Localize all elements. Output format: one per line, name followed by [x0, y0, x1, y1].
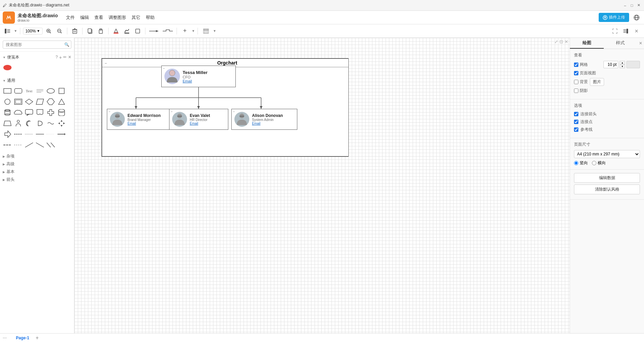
close-canvas-icon[interactable]: ✕ [565, 39, 568, 44]
d-shape[interactable] [35, 119, 45, 128]
close-panel-button[interactable]: ✕ [632, 26, 641, 36]
menu-other[interactable]: 其它 [129, 13, 143, 22]
cylinder-shape[interactable] [3, 108, 12, 117]
diamond-shape[interactable] [24, 97, 34, 106]
double-rect-shape[interactable] [14, 97, 23, 106]
triangle-shape[interactable] [57, 97, 66, 106]
page-tab[interactable]: Page-1 [12, 334, 33, 342]
ellipse2-shape[interactable] [46, 86, 55, 96]
portrait-radio[interactable] [574, 161, 578, 165]
cloud-shape[interactable] [14, 108, 23, 117]
tab-diagram[interactable]: 绘图 [570, 38, 604, 49]
hexagon-shape[interactable] [46, 97, 55, 106]
zoom-out-button[interactable] [55, 26, 64, 36]
grid-color-swatch[interactable] [626, 61, 640, 68]
connect-point-checkbox[interactable] [574, 120, 578, 124]
clear-style-button[interactable]: 清除默认风格 [574, 185, 640, 194]
node-alison[interactable]: – Alison Donovan System Admin Email [231, 109, 297, 130]
table-button[interactable] [201, 26, 211, 36]
diagram-collapse-btn[interactable]: – [105, 61, 107, 65]
circle-shape[interactable] [3, 97, 12, 106]
delete-button[interactable] [70, 26, 79, 36]
line7-shape[interactable] [14, 140, 23, 150]
menu-file[interactable]: 文件 [63, 13, 77, 22]
edit-icon[interactable]: ✏ [63, 55, 67, 60]
fill-color-button[interactable] [111, 26, 121, 36]
db-shape[interactable] [57, 108, 66, 117]
upload-button[interactable]: 插件上传 [599, 13, 629, 22]
line5-shape[interactable] [57, 129, 66, 139]
portrait-option[interactable]: 竖向 [574, 160, 588, 166]
grid-checkbox[interactable] [574, 63, 578, 67]
globe-button[interactable] [632, 13, 641, 22]
line-color-button[interactable] [122, 26, 132, 36]
node-evan-email[interactable]: Email [190, 122, 210, 125]
line6-shape[interactable] [3, 140, 12, 150]
section-basic[interactable]: ▶ 基本 [0, 168, 74, 176]
page-view-checkbox[interactable] [574, 71, 578, 75]
section-advanced[interactable]: ▶ 高级 [0, 160, 74, 168]
shape-button[interactable] [133, 26, 142, 36]
search-input[interactable] [3, 41, 71, 49]
ellipse-shape[interactable] [3, 63, 12, 72]
paste-button[interactable] [96, 26, 106, 36]
zoom-control[interactable]: 100% ▼ [23, 28, 43, 34]
background-checkbox[interactable] [574, 80, 578, 84]
canvas-resize-handle[interactable] [568, 38, 570, 337]
line3-shape[interactable] [35, 129, 45, 139]
diag1-shape[interactable] [24, 140, 34, 150]
crescent-shape[interactable] [24, 119, 34, 128]
waypoint-button[interactable] [162, 26, 174, 36]
zoom-in-button[interactable] [44, 26, 53, 36]
line1-shape[interactable] [14, 129, 23, 139]
person-shape[interactable] [14, 119, 23, 128]
node-edward-collapse[interactable]: – [109, 110, 110, 113]
menu-format[interactable]: 调整图形 [106, 13, 129, 22]
grid-step-up[interactable]: ▲ [620, 61, 625, 65]
maximize-button[interactable]: □ [629, 3, 635, 8]
section-arrows[interactable]: ▶ 箭头 [0, 176, 74, 184]
diag2-shape[interactable] [35, 140, 45, 150]
arrow-shape[interactable] [3, 129, 12, 139]
section-misc[interactable]: ▶ 杂项 [0, 152, 74, 160]
tab-style[interactable]: 样式 [604, 38, 638, 49]
grid-step-down[interactable]: ▼ [620, 65, 625, 68]
canvas[interactable]: – Orgchart [74, 38, 570, 342]
collapse-icon[interactable]: ⊡ [559, 39, 563, 44]
grid-value-input[interactable] [603, 61, 618, 68]
expand-icon[interactable]: ⤢ [554, 39, 558, 44]
shadow-checkbox[interactable] [574, 89, 578, 93]
node-alison-collapse[interactable]: – [233, 110, 235, 113]
bg-image-button[interactable]: 图片 [590, 78, 604, 86]
landscape-radio[interactable] [592, 161, 596, 165]
node-edward[interactable]: – Edward Morrison Brand Manager Email [107, 109, 169, 130]
close-button[interactable]: ✕ [636, 3, 641, 8]
cross-shape[interactable] [46, 108, 55, 117]
add-icon[interactable]: + [59, 55, 62, 60]
menu-edit[interactable]: 编辑 [77, 13, 92, 22]
fit-page-button[interactable] [610, 26, 620, 36]
document-shape[interactable] [35, 108, 45, 117]
connect-arrow-checkbox[interactable] [574, 112, 578, 116]
parallelogram-shape[interactable] [35, 97, 45, 106]
insert-button[interactable]: + [180, 26, 190, 36]
landscape-option[interactable]: 横向 [592, 160, 606, 166]
panel-close-button[interactable]: ✕ [637, 38, 644, 49]
diag3-shape[interactable] [46, 140, 55, 150]
trapezoid-shape[interactable] [3, 119, 12, 128]
node-tessa-email[interactable]: Email [183, 79, 207, 83]
node-tessa-collapse[interactable]: – [163, 67, 165, 70]
line4-shape[interactable] [46, 129, 55, 139]
menu-view[interactable]: 查看 [92, 13, 106, 22]
ref-line-checkbox[interactable] [574, 127, 578, 132]
node-evan[interactable]: – Evan Valet HR Director Email [169, 109, 228, 130]
line2-shape[interactable] [24, 129, 34, 139]
node-tessa[interactable]: – Tessa Miller [161, 66, 236, 87]
edit-data-button[interactable]: 编辑数据 [574, 173, 640, 183]
rect-shape[interactable] [3, 86, 12, 96]
speech-shape[interactable] [24, 108, 34, 117]
menu-help[interactable]: 帮助 [143, 13, 157, 22]
close-icon[interactable]: ✕ [68, 55, 71, 60]
page-size-select[interactable]: A4 (210 mm x 297 mm) [574, 150, 640, 158]
sidebar-toggle-button[interactable] [3, 26, 12, 36]
